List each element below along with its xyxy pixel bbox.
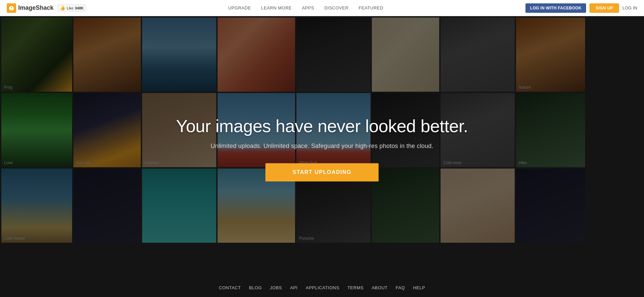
footer-link-api[interactable]: API: [290, 285, 297, 290]
nav-learn-more[interactable]: LEARN MORE: [261, 5, 292, 10]
logo-bird-icon: [8, 5, 15, 11]
nav-discover[interactable]: DISCOVER: [324, 5, 349, 10]
svg-point-0: [11, 7, 12, 8]
nav-apps[interactable]: APPS: [302, 5, 314, 10]
login-button[interactable]: LOG IN: [622, 5, 637, 10]
footer-link-help[interactable]: HELP: [413, 285, 425, 290]
facebook-like-button[interactable]: 👍 Like 348K: [58, 4, 86, 11]
hero-title: Your images have never looked better.: [170, 116, 474, 137]
footer-link-blog[interactable]: BLOG: [249, 285, 262, 290]
footer-link-faq[interactable]: FAQ: [396, 285, 405, 290]
navbar: ImageShack 👍 Like 348K UPGRADE LEARN MOR…: [0, 0, 644, 16]
hero-section: Your images have never looked better. Un…: [170, 116, 474, 181]
footer-link-contact[interactable]: CONTACT: [219, 285, 241, 290]
footer-link-applications[interactable]: APPLICATIONS: [306, 285, 340, 290]
like-label: Like: [67, 6, 73, 10]
navbar-left: ImageShack 👍 Like 348K: [7, 3, 86, 13]
thumbs-up-icon: 👍: [60, 5, 65, 10]
like-count: 348K: [75, 6, 84, 10]
hero-subtitle: Unlimited uploads. Unlimited space. Safe…: [170, 143, 474, 150]
main-content: FrogNatureLoveCity LifeFashionWind SurfC…: [0, 0, 644, 297]
logo-icon: [7, 3, 16, 13]
logo-text: ImageShack: [18, 4, 54, 11]
nav-upgrade[interactable]: UPGRADE: [228, 5, 251, 10]
logo[interactable]: ImageShack: [7, 3, 54, 13]
navbar-center: UPGRADE LEARN MORE APPS DISCOVER FEATURE…: [228, 5, 383, 10]
footer-link-about[interactable]: ABOUT: [372, 285, 387, 290]
signup-button[interactable]: SIGN UP: [589, 3, 619, 13]
footer-link-terms[interactable]: TERMS: [347, 285, 363, 290]
start-uploading-button[interactable]: START UPLOADING: [265, 163, 378, 181]
footer: CONTACTBLOGJOBSAPIAPPLICATIONSTERMSABOUT…: [219, 285, 425, 290]
footer-link-jobs[interactable]: JOBS: [270, 285, 282, 290]
nav-featured[interactable]: FEATURED: [359, 5, 383, 10]
navbar-right: LOG IN WITH FACEBOOK SIGN UP LOG IN: [525, 3, 637, 13]
login-facebook-button[interactable]: LOG IN WITH FACEBOOK: [525, 3, 586, 13]
